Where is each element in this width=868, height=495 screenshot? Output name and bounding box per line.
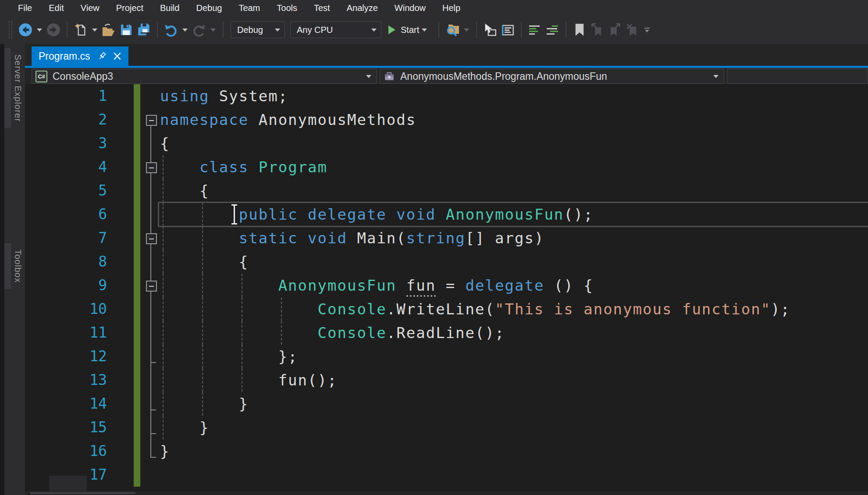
collapse-box-icon[interactable] [145, 155, 157, 179]
navigate-backward-caret-icon[interactable] [37, 28, 42, 32]
redo-caret-icon[interactable] [210, 28, 216, 32]
previous-bookmark-button[interactable] [589, 20, 605, 39]
member-name: AnonymousMethods.Program.AnonymousFun [400, 71, 607, 82]
line-number: 6 [25, 203, 107, 226]
uncomment-lines-button[interactable] [544, 20, 560, 39]
previous-bookmark-icon [591, 23, 603, 36]
csharp-project-icon: C# [36, 71, 47, 82]
chevron-down-icon [366, 75, 371, 78]
start-caret-icon [422, 28, 427, 32]
save-icon [119, 23, 133, 37]
toolbar-separator [67, 22, 68, 38]
toolbar-overflow-button[interactable] [644, 28, 650, 32]
line-number: 13 [25, 368, 107, 392]
toolbar-overflow-icon [644, 28, 650, 28]
find-in-files-button[interactable] [445, 20, 460, 39]
new-file-icon [74, 23, 88, 37]
sidebar-item-server-explorer[interactable]: Server Explorer [4, 48, 25, 128]
next-bookmark-icon [608, 23, 621, 36]
parameter-info-icon [500, 22, 515, 37]
menu-item[interactable]: Tools [268, 1, 306, 15]
member-list-button[interactable] [482, 20, 498, 39]
menu-item[interactable]: View [72, 1, 108, 15]
start-debugging-button[interactable]: Start [388, 21, 430, 39]
next-bookmark-button[interactable] [607, 20, 623, 39]
chevron-down-icon [371, 28, 377, 32]
project-dropdown[interactable]: C# ConsoleApp3 [32, 69, 377, 84]
navigate-backward-button[interactable] [18, 20, 33, 39]
menu-item[interactable]: Team [230, 1, 268, 15]
code-line: 14 } [25, 392, 868, 416]
code-text: Console.ReadLine(); [160, 321, 505, 345]
horizontal-scrollbar-thumb[interactable] [30, 492, 135, 494]
line-number: 1 [25, 84, 107, 108]
menu-item[interactable]: Window [386, 1, 434, 15]
line-number: 11 [25, 321, 107, 345]
undo-caret-icon[interactable] [182, 28, 188, 32]
menu-item[interactable]: Analyze [338, 1, 386, 15]
toolbar-separator [476, 22, 477, 38]
code-line: 1using System; [25, 84, 868, 108]
outline-margin [145, 297, 157, 321]
navigate-forward-button[interactable] [46, 20, 61, 39]
horizontal-scrollbar[interactable] [25, 491, 868, 495]
sidebar-item-label: Toolbox [11, 243, 25, 289]
menu-item[interactable]: Help [434, 1, 469, 15]
parameter-info-button[interactable] [500, 20, 516, 39]
left-dock-bar: Server Explorer Toolbox [0, 44, 25, 495]
code-text: Console.WriteLine("This is anonymous fun… [160, 297, 790, 321]
member-dropdown[interactable]: AnonymousMethods.Program.AnonymousFun [380, 69, 724, 84]
toolbar-grip[interactable] [9, 21, 12, 39]
code-line: 3{ [25, 132, 868, 155]
visual-studio-window: { "menu": {"items": ["File","Edit","View… [0, 0, 868, 495]
save-all-button[interactable] [136, 20, 152, 39]
code-line: 15 } [25, 416, 868, 439]
line-number: 4 [25, 155, 107, 179]
line-number: 16 [25, 439, 107, 463]
code-line-current: 6 public delegate void AnonymousFun(); [25, 203, 868, 226]
solution-platform-select[interactable]: Any CPU [290, 21, 381, 38]
menu-item[interactable]: Debug [188, 1, 230, 15]
code-text: using System; [160, 84, 288, 108]
toolbar: Debug Any CPU Start [0, 16, 868, 44]
clear-bookmarks-button[interactable] [624, 20, 640, 39]
tab-program-cs[interactable]: Program.cs × [32, 46, 128, 66]
bookmark-icon [573, 23, 586, 36]
menu-item[interactable]: Edit [40, 1, 72, 15]
line-number: 12 [25, 345, 107, 368]
undo-button[interactable] [163, 20, 179, 39]
solution-configuration-select[interactable]: Debug [231, 21, 285, 38]
menu-item[interactable]: File [10, 1, 40, 15]
tab-title: Program.cs [39, 50, 90, 62]
redo-button[interactable] [191, 20, 207, 39]
delegate-icon [384, 71, 395, 82]
close-icon[interactable]: × [112, 50, 122, 62]
save-button[interactable] [118, 20, 134, 39]
sidebar-item-toolbox[interactable]: Toolbox [4, 243, 25, 289]
outline-margin [145, 392, 157, 416]
code-text: static void Main(string[] args) [160, 226, 544, 250]
code-editor[interactable]: 1using System;2namespace AnonymousMethod… [25, 84, 868, 491]
open-file-button[interactable] [101, 20, 117, 39]
menu-item[interactable]: Project [108, 1, 152, 15]
line-number: 3 [25, 132, 107, 155]
comment-lines-button[interactable] [527, 20, 543, 39]
toggle-bookmark-button[interactable] [572, 20, 587, 39]
code-line: 8 { [25, 250, 868, 274]
find-options-caret-icon[interactable] [464, 28, 469, 32]
code-text: { [160, 179, 209, 203]
collapse-box-icon[interactable] [145, 226, 157, 250]
code-line: 12 }; [25, 345, 868, 368]
collapse-box-icon[interactable] [145, 108, 157, 132]
new-file-caret-icon[interactable] [92, 28, 97, 32]
menu-item[interactable]: Build [152, 1, 188, 15]
code-text: }; [160, 345, 298, 368]
toolbar-separator [438, 22, 439, 38]
outline-margin [145, 84, 157, 108]
pin-icon[interactable] [97, 51, 107, 61]
code-text: namespace AnonymousMethods [160, 108, 416, 132]
toolbar-separator [566, 22, 566, 38]
collapse-box-icon[interactable] [145, 274, 157, 297]
new-file-button[interactable] [73, 20, 89, 39]
menu-item[interactable]: Test [306, 1, 338, 15]
